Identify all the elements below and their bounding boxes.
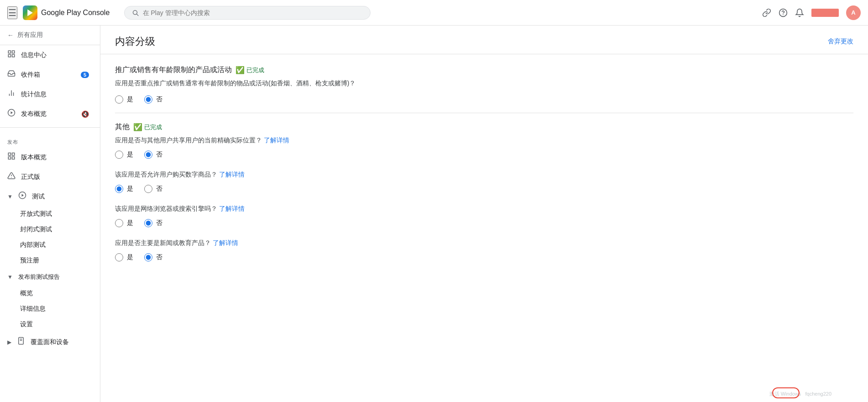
sidebar-item-settings[interactable]: 设置	[0, 317, 100, 332]
sidebar-item-closed-test[interactable]: 封闭式测试	[0, 222, 100, 237]
sidebar-item-stats[interactable]: 统计信息	[0, 84, 96, 104]
svg-rect-14	[8, 153, 10, 155]
sidebar-back-button[interactable]: ← 所有应用	[0, 26, 100, 45]
inbox-icon	[7, 69, 16, 80]
menu-icon[interactable]: ☰	[7, 6, 17, 19]
sidebar-item-coverage[interactable]: ▶ 覆盖面和设备	[0, 332, 96, 352]
status-complete: ✅ 已完成	[235, 66, 264, 74]
sidebar-item-details[interactable]: 详细信息	[0, 301, 100, 317]
age-restricted-section: 推广或销售有年龄限制的产品或活动 ✅ 已完成 应用是否重点推广或销售通常有年龄限…	[115, 65, 853, 104]
radio-input-yes-q2[interactable]	[115, 151, 123, 159]
sidebar-item-overview[interactable]: 概览	[0, 286, 100, 301]
radio-input-no-q2[interactable]	[144, 151, 152, 159]
radio-input-yes-q4[interactable]	[115, 219, 123, 227]
radio-group-q1: 是 否	[115, 95, 853, 104]
svg-marker-21	[21, 194, 24, 197]
sidebar-item-internal-test[interactable]: 内部测试	[0, 237, 100, 253]
radio-label-yes-q1: 是	[127, 95, 133, 104]
question-text-q4: 该应用是网络浏览器或搜索引擎吗？ 了解详情	[115, 204, 853, 214]
search-input[interactable]	[143, 9, 363, 16]
radio-group-q2: 是 否	[115, 151, 853, 159]
sidebar-item-label: 设置	[20, 320, 33, 329]
radio-input-yes-q3[interactable]	[115, 185, 123, 193]
radio-input-no-q1[interactable]	[144, 95, 152, 104]
learn-more-link-q4[interactable]: 了解详情	[219, 205, 245, 212]
svg-rect-5	[8, 51, 10, 53]
svg-point-4	[783, 14, 784, 15]
sidebar-item-label: 信息中心	[21, 51, 47, 59]
learn-more-link-q3[interactable]: 了解详情	[219, 171, 245, 178]
radio-no-q5[interactable]: 否	[144, 253, 162, 261]
radio-no-q2[interactable]: 否	[144, 151, 162, 159]
others-section-header: 其他 ✅ 已完成	[115, 122, 853, 132]
redacted-name	[811, 9, 839, 17]
sidebar-item-test[interactable]: ▼ 测试	[0, 187, 96, 206]
mute-icon: 🔇	[81, 110, 89, 118]
learn-more-link-q2[interactable]: 了解详情	[264, 136, 289, 144]
radio-yes-q4[interactable]: 是	[115, 219, 133, 227]
check-circle-icon-2: ✅	[133, 123, 142, 131]
coverage-icon	[17, 337, 25, 347]
sidebar-item-pre-register[interactable]: 预注册	[0, 253, 100, 268]
section-header: 推广或销售有年龄限制的产品或活动 ✅ 已完成	[115, 65, 853, 75]
user-text: fqcheng220	[805, 391, 832, 397]
radio-yes-q2[interactable]: 是	[115, 151, 133, 159]
radio-label-no-q4: 否	[156, 219, 162, 227]
link-icon[interactable]	[762, 8, 771, 17]
avatar[interactable]: A	[846, 5, 861, 20]
back-label: 所有应用	[17, 31, 43, 39]
app-title: Google Play Console	[41, 9, 110, 17]
info-center-icon	[7, 50, 16, 60]
radio-group-q5: 是 否	[115, 253, 853, 261]
radio-no-q3[interactable]: 否	[144, 185, 162, 193]
radio-input-no-q5[interactable]	[144, 253, 152, 261]
radio-no-q1[interactable]: 否	[144, 95, 162, 104]
sidebar-item-label: 覆盖面和设备	[31, 338, 69, 346]
radio-no-q4[interactable]: 否	[144, 219, 162, 227]
test-icon	[18, 191, 26, 202]
notifications-icon[interactable]	[795, 8, 804, 17]
sidebar-item-open-test[interactable]: 开放式测试	[0, 206, 100, 222]
radio-label-yes-q5: 是	[127, 253, 133, 261]
sidebar-item-inbox[interactable]: 收件箱 5	[0, 65, 96, 84]
sidebar-item-info-center[interactable]: 信息中心	[0, 45, 96, 65]
help-icon[interactable]	[779, 8, 788, 17]
discard-button[interactable]: 舍弃更改	[828, 37, 853, 46]
radio-label-yes-q2: 是	[127, 151, 133, 159]
learn-more-link-q5[interactable]: 了解详情	[213, 239, 238, 246]
sidebar-item-label: 封闭式测试	[20, 225, 52, 234]
radio-group-q4: 是 否	[115, 219, 853, 227]
sidebar-item-release[interactable]: 正式版	[0, 167, 96, 187]
svg-rect-17	[12, 157, 15, 159]
check-circle-icon: ✅	[235, 66, 245, 74]
publish-section-label: 发布	[0, 131, 100, 147]
others-status-label: 已完成	[144, 123, 162, 131]
sidebar-item-publish-overview[interactable]: 发布概览 🔇	[0, 104, 96, 124]
radio-input-no-q3[interactable]	[144, 185, 152, 193]
logo-icon	[23, 5, 37, 20]
radio-yes-q3[interactable]: 是	[115, 185, 133, 193]
app-header: ☰ Google Play Console A	[0, 0, 868, 26]
sidebar-item-label: 预注册	[20, 256, 39, 265]
sidebar: ← 所有应用 信息中心 收件箱 5 统计信息 发布概览	[0, 26, 100, 402]
stats-icon	[7, 89, 16, 99]
content-area: 推广或销售有年龄限制的产品或活动 ✅ 已完成 应用是否重点推广或销售通常有年龄限…	[100, 54, 868, 283]
sidebar-item-version-overview[interactable]: 版本概览	[0, 147, 96, 167]
expand-icon: ▼	[7, 193, 13, 200]
svg-marker-0	[27, 9, 33, 16]
sidebar-item-label: 版本概览	[21, 153, 47, 162]
radio-label-yes-q3: 是	[127, 185, 133, 193]
radio-input-no-q4[interactable]	[144, 219, 152, 227]
radio-yes-q5[interactable]: 是	[115, 253, 133, 261]
sidebar-item-label: 详细信息	[20, 305, 46, 313]
radio-label-no-q1: 否	[156, 95, 162, 104]
app-logo[interactable]: Google Play Console	[23, 5, 110, 20]
radio-input-yes-q1[interactable]	[115, 95, 123, 104]
radio-input-yes-q5[interactable]	[115, 253, 123, 261]
search-bar[interactable]	[124, 6, 371, 20]
sidebar-item-label: 发布概览	[21, 110, 47, 118]
sidebar-item-pre-test-section[interactable]: ▼ 发布前测试报告	[0, 268, 96, 286]
section-description: 应用是否重点推广或销售通常有年龄限制的物品或活动(如香烟、酒精、枪支或赌博)？	[115, 78, 853, 88]
radio-yes-q1[interactable]: 是	[115, 95, 133, 104]
svg-rect-15	[12, 153, 15, 155]
